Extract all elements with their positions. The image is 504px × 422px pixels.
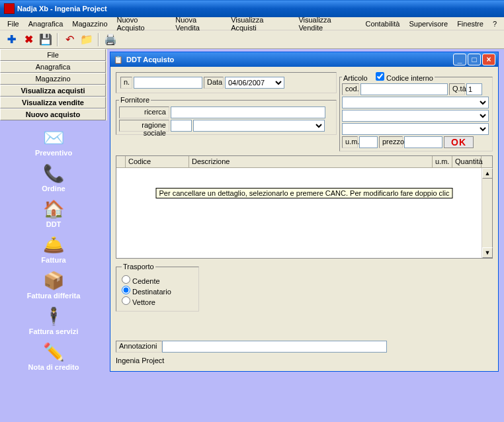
app-icon (4, 3, 15, 14)
grid-col-quantita[interactable]: Quantità (452, 156, 482, 167)
menu-nuovo-acquisto[interactable]: Nuovo Acquisto (112, 15, 171, 33)
trasporto-fieldset: Trasporto Cedente Destinatario Vettore (116, 263, 199, 312)
minimize-button[interactable]: _ (453, 54, 466, 65)
ok-button[interactable]: OK (444, 136, 474, 148)
delete-icon[interactable]: ✖ (21, 32, 36, 47)
grid-rowheader (116, 156, 126, 167)
sidebar-item-fattura[interactable]: 🛎️Fattura (41, 232, 65, 266)
trasporto-cedente[interactable]: Cedente (122, 275, 193, 285)
sidebar-item-ordine[interactable]: 📞Ordine (42, 160, 65, 194)
workspace: File Anagrafica Magazzino Visualizza acq… (0, 49, 504, 422)
child-icon: 📋 (113, 54, 124, 65)
ricerca-input[interactable] (171, 106, 325, 118)
ragione-code-input[interactable] (171, 120, 192, 132)
sidebar-item-preventivo[interactable]: ✉️Preventivo (35, 124, 72, 159)
child-title-text: DDT Acquisto (126, 56, 174, 63)
maximize-button[interactable]: □ (468, 54, 481, 65)
pencil-icon: ✏️ (42, 341, 65, 363)
sidebar-btn-vis-vendite[interactable]: Visualizza vendite (0, 97, 106, 108)
n-input[interactable] (134, 77, 202, 89)
child-titlebar[interactable]: 📋 DDT Acquisto _ □ × (110, 52, 498, 67)
close-button[interactable]: × (482, 54, 495, 65)
new-icon[interactable]: ✚ (4, 32, 19, 47)
sidebar-item-nota-credito[interactable]: ✏️Nota di credito (28, 339, 79, 373)
detail-grid[interactable]: Codice Descrizione u.m. Quantità Per can… (116, 155, 493, 259)
prezzo-label: prezzo (379, 136, 403, 148)
grid-hint: Per cancellare un dettaglio, selezionarl… (156, 188, 453, 198)
um-label: u.m. (342, 136, 358, 148)
sidebar-item-label: Fattura differita (27, 292, 81, 300)
menu-anagrafica[interactable]: Anagrafica (24, 19, 68, 29)
envelope-icon: ✉️ (42, 126, 65, 149)
sidebar-item-ddt[interactable]: 🏠DDT (42, 196, 65, 230)
folder-icon[interactable]: 📁 (79, 32, 94, 47)
grid-scrollbar[interactable]: ▲ ▼ (482, 168, 492, 258)
mdi-area: 📋 DDT Acquisto _ □ × n. Data 0 (107, 49, 504, 422)
menu-contabilita[interactable]: Contabilità (360, 19, 404, 29)
trasporto-legend: Trasporto (122, 263, 155, 271)
sidebar-item-label: Fattura (41, 256, 65, 264)
bell-icon: 🛎️ (42, 233, 65, 256)
sidebar-btn-nuovo-acquisto[interactable]: Nuovo acquisto (0, 108, 106, 120)
grid-col-um[interactable]: u.m. (433, 156, 452, 167)
codint-checkbox[interactable] (376, 72, 384, 81)
trasporto-vettore[interactable]: Vettore (122, 296, 193, 306)
sidebar-btn-file[interactable]: File (0, 49, 106, 61)
articolo-sel3[interactable] (342, 123, 489, 135)
menu-file[interactable]: File (3, 19, 24, 29)
articolo-sel1[interactable] (342, 97, 489, 108)
sidebar: File Anagrafica Magazzino Visualizza acq… (0, 49, 107, 422)
menu-magazzino[interactable]: Magazzino (67, 19, 112, 29)
sidebar-item-label: DDT (46, 220, 62, 228)
sidebar-item-label: Nota di credito (28, 363, 79, 371)
sidebar-btn-vis-acquisti[interactable]: Visualizza acquisti (0, 85, 106, 97)
sidebar-item-label: Preventivo (35, 149, 72, 157)
sidebar-item-fattura-servizi[interactable]: 🕴️Fattura servizi (29, 303, 79, 337)
sidebar-item-label: Fattura servizi (29, 327, 79, 335)
menu-supervisore[interactable]: Supervisore (404, 19, 452, 29)
save-icon[interactable]: 💾 (38, 32, 53, 47)
articolo-legend: Articolo Codice interno (342, 72, 435, 82)
grid-col-codice[interactable]: Codice (126, 156, 189, 167)
menu-visualizza-vendite[interactable]: Visualizza Vendite (294, 15, 360, 33)
sidebar-buttons: File Anagrafica Magazzino Visualizza acq… (0, 49, 107, 120)
menu-nuova-vendita[interactable]: Nuova Vendita (171, 15, 226, 33)
toolbar: ✚ ✖ 💾 ↶ 📁 🖨️ (0, 30, 504, 49)
doc-fieldset: n. Data 04/06/2007 (116, 72, 337, 93)
grid-header: Codice Descrizione u.m. Quantità (116, 156, 492, 168)
box-icon: 📦 (42, 269, 65, 292)
data-select[interactable]: 04/06/2007 (225, 77, 284, 89)
print-icon[interactable]: 🖨️ (103, 32, 118, 47)
sidebar-btn-magazzino[interactable]: Magazzino (0, 73, 106, 85)
scroll-up-icon[interactable]: ▲ (482, 168, 493, 179)
annot-input[interactable] (162, 341, 387, 353)
um-input[interactable] (359, 136, 378, 148)
sidebar-item-label: Ordine (42, 185, 65, 192)
sidebar-btn-anagrafica[interactable]: Anagrafica (0, 61, 106, 73)
child-footer: Ingenia Project (116, 355, 493, 366)
ragione-select[interactable] (193, 120, 325, 132)
sidebar-item-fattura-differita[interactable]: 📦Fattura differita (27, 267, 81, 302)
radio-vettore[interactable] (122, 296, 130, 305)
prezzo-input[interactable] (404, 136, 442, 148)
articolo-fieldset: Articolo Codice interno cod. Q.tà (339, 72, 493, 151)
qta-label: Q.tà (449, 83, 465, 95)
n-label: n. (120, 77, 132, 89)
menu-finestre[interactable]: Finestre (452, 19, 488, 29)
radio-cedente[interactable] (122, 275, 130, 284)
ragione-label: ragione sociale (119, 120, 169, 132)
trasporto-destinatario[interactable]: Destinatario (122, 286, 193, 296)
fornitore-legend: Fornitore (119, 96, 151, 104)
articolo-sel2[interactable] (342, 110, 489, 122)
phone-icon: 📞 (42, 162, 65, 185)
grid-col-descrizione[interactable]: Descrizione (189, 156, 433, 167)
child-window: 📋 DDT Acquisto _ □ × n. Data 0 (110, 52, 499, 372)
radio-destinatario[interactable] (122, 286, 130, 294)
menu-visualizza-acquisti[interactable]: Visualizza Acquisti (226, 15, 294, 33)
qta-input[interactable] (466, 83, 482, 95)
menu-help[interactable]: ? (488, 19, 501, 29)
fornitore-fieldset: Fornitore ricerca ragione sociale (116, 96, 337, 135)
undo-icon[interactable]: ↶ (62, 32, 77, 47)
cod-input[interactable] (360, 83, 448, 95)
scroll-down-icon[interactable]: ▼ (482, 247, 493, 258)
